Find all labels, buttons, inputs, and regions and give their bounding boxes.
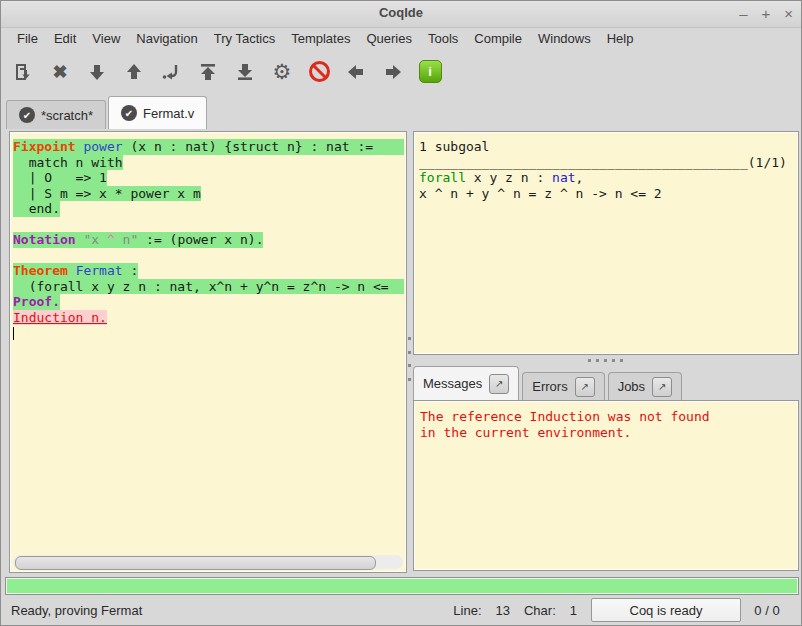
tab-fermat[interactable]: ✔ Fermat.v — [108, 96, 207, 129]
vertical-splitter[interactable] — [406, 335, 413, 383]
script-buffer[interactable]: Fixpoint power (x n : nat) {struct n} : … — [13, 139, 404, 552]
menu-tools[interactable]: Tools — [420, 29, 466, 48]
menu-bar: File Edit View Navigation Try Tactics Te… — [1, 27, 802, 49]
tab-errors-label: Errors — [532, 379, 567, 394]
to-start-icon[interactable] — [196, 60, 220, 84]
goto-cursor-icon[interactable] — [159, 60, 183, 84]
line-label: Line: — [453, 603, 481, 618]
maximize-icon[interactable]: + — [761, 4, 770, 24]
code-line: | S m => x * power x m — [13, 186, 404, 202]
status-message: Ready, proving Fermat — [11, 603, 453, 618]
workers-counter: 0 / 0 — [741, 603, 793, 618]
forward-icon[interactable] — [85, 60, 109, 84]
goal-line: x ^ n + y ^ n = z ^ n -> n <= 2 — [419, 186, 795, 202]
menu-navigation[interactable]: Navigation — [128, 29, 205, 48]
detach-icon[interactable]: ↗ — [652, 377, 672, 397]
detach-icon[interactable]: ↗ — [575, 377, 595, 397]
menu-templates[interactable]: Templates — [283, 29, 358, 48]
next-icon[interactable] — [381, 60, 405, 84]
close-doc-icon[interactable]: ✖ — [48, 60, 72, 84]
code-line: Theorem Fermat : — [13, 263, 404, 279]
title-bar: CoqIde – + × — [1, 1, 801, 28]
char-value: 1 — [570, 603, 577, 618]
code-line: Notation "x ^ n" := (power x n). — [13, 232, 404, 248]
code-line: Proof. — [13, 294, 404, 310]
messages-pane[interactable]: The reference Induction was not found in… — [413, 400, 799, 571]
menu-help[interactable]: Help — [599, 29, 642, 48]
back-icon[interactable] — [344, 60, 368, 84]
gear-icon[interactable]: ⚙ — [270, 60, 294, 84]
tab-fermat-label: Fermat.v — [143, 106, 194, 121]
tab-messages-label: Messages — [423, 376, 482, 391]
progress-bar — [5, 577, 799, 595]
error-message-line: in the current environment. — [420, 425, 795, 441]
menu-windows[interactable]: Windows — [530, 29, 599, 48]
tab-scratch[interactable]: ✔ *scratch* — [6, 100, 106, 129]
code-line: | O => 1 — [13, 170, 404, 186]
tab-jobs[interactable]: Jobs ↗ — [608, 372, 682, 400]
editor-horizontal-scrollbar[interactable] — [13, 555, 403, 569]
to-end-icon[interactable] — [233, 60, 257, 84]
menu-try-tactics[interactable]: Try Tactics — [206, 29, 283, 48]
window-title: CoqIde — [1, 5, 801, 20]
save-icon[interactable] — [11, 60, 35, 84]
code-line — [13, 217, 404, 233]
code-line: (forall x y z n : nat, x^n + y^n = z^n -… — [13, 279, 404, 295]
minimize-icon[interactable]: – — [739, 4, 747, 24]
char-label: Char: — [524, 603, 556, 618]
subgoal-count: 1 subgoal — [419, 139, 795, 155]
goal-line: forall x y z n : nat, — [419, 170, 795, 186]
text-cursor — [13, 325, 404, 341]
coqide-window: CoqIde – + × File Edit View Navigation T… — [0, 0, 802, 626]
code-line — [13, 248, 404, 264]
code-line: Induction n. — [13, 310, 404, 326]
tab-messages[interactable]: Messages ↗ — [413, 366, 519, 400]
scrollbar-thumb[interactable] — [15, 556, 376, 570]
backward-icon[interactable] — [122, 60, 146, 84]
menu-edit[interactable]: Edit — [46, 29, 84, 48]
menu-queries[interactable]: Queries — [358, 29, 420, 48]
menu-view[interactable]: View — [84, 29, 128, 48]
coq-state-button[interactable]: Coq is ready — [591, 598, 741, 622]
goals-pane[interactable]: 1 subgoal ______________________________… — [413, 131, 799, 355]
error-message-line: The reference Induction was not found — [420, 409, 795, 425]
about-icon[interactable]: i — [418, 60, 442, 84]
horizontal-splitter[interactable] — [413, 355, 797, 365]
tab-jobs-label: Jobs — [618, 379, 645, 394]
code-line: Fixpoint power (x n : nat) {struct n} : … — [13, 139, 404, 155]
script-editor-pane[interactable]: Fixpoint power (x n : nat) {struct n} : … — [9, 131, 407, 573]
tab-check-icon: ✔ — [121, 105, 137, 121]
goal-separator: ________________________________________… — [419, 155, 795, 171]
interrupt-icon[interactable] — [307, 60, 331, 84]
menu-file[interactable]: File — [9, 29, 46, 48]
document-tab-bar: ✔ *scratch* ✔ Fermat.v — [1, 94, 802, 129]
code-line: match n with — [13, 155, 404, 171]
menu-compile[interactable]: Compile — [466, 29, 530, 48]
line-value: 13 — [496, 603, 510, 618]
messages-tab-bar: Messages ↗ Errors ↗ Jobs ↗ — [413, 365, 797, 400]
detach-icon[interactable]: ↗ — [489, 374, 509, 394]
tab-scratch-label: *scratch* — [41, 108, 93, 123]
tab-check-icon: ✔ — [19, 107, 35, 123]
status-bar: Ready, proving Fermat Line: 13 Char: 1 C… — [1, 595, 801, 625]
code-line: end. — [13, 201, 404, 217]
toolbar: ✖ ⚙ — [1, 49, 802, 94]
tab-errors[interactable]: Errors ↗ — [522, 372, 604, 400]
close-icon[interactable]: × — [784, 4, 793, 24]
